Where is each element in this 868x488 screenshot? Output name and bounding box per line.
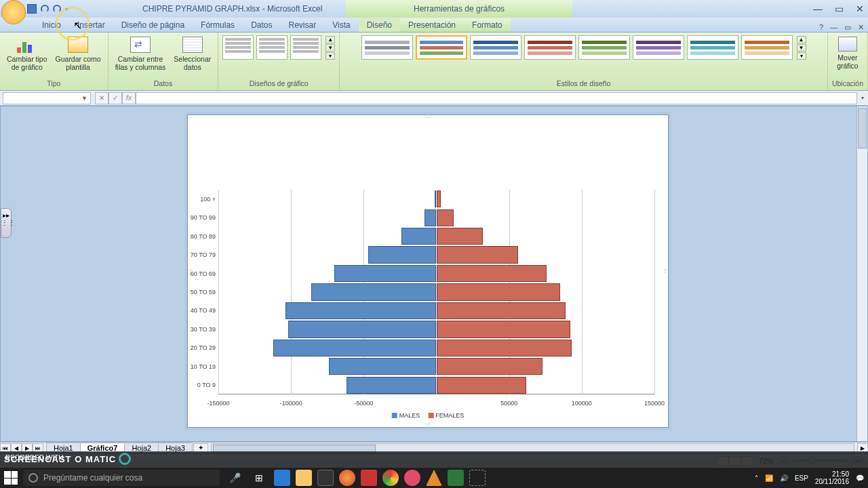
doc-close-button[interactable]: ✕ <box>858 23 864 32</box>
app-excel[interactable] <box>448 470 464 486</box>
undo-icon[interactable] <box>41 5 49 13</box>
chart-style-5[interactable] <box>578 35 630 60</box>
styles-scroll-0[interactable]: ▲ <box>797 36 806 43</box>
close-button[interactable]: ✕ <box>856 3 864 14</box>
tab-revisar[interactable]: Revisar <box>280 18 324 32</box>
tab-inicio[interactable]: Inicio <box>34 18 69 32</box>
chart-style-7[interactable] <box>687 35 738 60</box>
chart-layout-3[interactable] <box>290 35 321 60</box>
bar-males[interactable] <box>288 321 437 338</box>
chart-style-3[interactable] <box>470 35 521 60</box>
app-store[interactable] <box>317 470 334 486</box>
chart-handle-top[interactable]: ⋯ <box>425 115 431 121</box>
legend[interactable]: MALES FEMALES <box>392 412 465 419</box>
app-media[interactable] <box>361 470 377 486</box>
chart-object[interactable]: ⋯ ⋯ ⋮ ⋮ -150000-100000-50000500001000001… <box>187 115 669 428</box>
app-chrome[interactable] <box>382 470 399 486</box>
bar-females[interactable] <box>437 302 566 319</box>
save-icon[interactable] <box>27 4 37 14</box>
chart-handle-bottom[interactable]: ⋯ <box>425 421 431 428</box>
help-button[interactable]: ? <box>819 23 823 32</box>
bar-males[interactable] <box>425 209 436 226</box>
cancel-formula-button[interactable]: ✕ <box>95 92 108 104</box>
bar-males[interactable] <box>285 302 437 319</box>
start-button[interactable] <box>4 471 18 485</box>
chart-style-2[interactable] <box>416 35 467 60</box>
chart-handle-right[interactable]: ⋮ <box>662 268 669 274</box>
bar-females[interactable] <box>437 358 542 375</box>
bar-females[interactable] <box>437 340 572 357</box>
formula-input[interactable] <box>136 92 857 104</box>
layouts-expand[interactable]: ▾ <box>326 52 335 60</box>
bar-females[interactable] <box>437 265 547 282</box>
bar-females[interactable] <box>437 283 560 300</box>
tab-diseno-pagina[interactable]: Diseño de página <box>113 18 193 32</box>
plot-area[interactable]: -150000-100000-50000500001000001500000 T… <box>218 190 654 407</box>
layouts-scroll-up[interactable]: ▲ <box>326 36 335 43</box>
enter-formula-button[interactable]: ✓ <box>108 92 122 104</box>
chart-style-8[interactable] <box>741 35 793 60</box>
tray-clock[interactable]: 21:50 20/11/2016 <box>815 470 849 485</box>
move-chart-button[interactable]: Mover gráfico <box>834 35 861 71</box>
bar-females[interactable] <box>437 190 441 207</box>
tray-volume-icon[interactable]: 🔊 <box>780 474 788 482</box>
chart-style-1[interactable] <box>361 35 413 60</box>
legend-item-males[interactable]: MALES <box>392 412 420 419</box>
doc-minimize-button[interactable]: — <box>830 23 837 32</box>
app-firefox[interactable] <box>339 470 355 486</box>
tray-notifications-icon[interactable]: 💬 <box>856 474 864 482</box>
chart-style-4[interactable] <box>524 35 576 60</box>
tab-diseno[interactable]: Diseño <box>359 18 400 32</box>
styles-scroll-1[interactable]: ▼ <box>797 44 806 52</box>
bar-males[interactable] <box>347 377 437 394</box>
chart-layout-1[interactable] <box>222 35 254 60</box>
task-view-icon[interactable]: ⊞ <box>250 470 269 486</box>
office-button[interactable] <box>1 0 26 24</box>
vertical-scrollbar[interactable] <box>856 106 867 441</box>
app-itunes[interactable] <box>404 470 420 486</box>
app-recorder[interactable] <box>469 470 486 486</box>
doc-maximize-button[interactable]: ▭ <box>844 23 851 32</box>
legend-item-females[interactable]: FEMALES <box>428 412 464 419</box>
bar-males[interactable] <box>311 283 436 300</box>
vertical-scrollbar-thumb[interactable] <box>858 108 867 148</box>
mic-icon[interactable]: 🎤 <box>225 470 244 486</box>
tab-datos[interactable]: Datos <box>243 18 280 32</box>
tab-vista[interactable]: Vista <box>324 18 358 32</box>
horizontal-scrollbar-thumb[interactable] <box>213 445 376 452</box>
tab-presentacion[interactable]: Presentación <box>400 18 464 32</box>
tab-insertar[interactable]: Insertar <box>69 18 113 32</box>
minimize-button[interactable]: — <box>813 3 823 14</box>
name-box[interactable]: ▼ <box>3 92 91 104</box>
fx-button[interactable]: fx <box>122 92 136 104</box>
change-chart-type-button[interactable]: Cambiar tipo de gráfico <box>4 35 50 73</box>
app-explorer[interactable] <box>296 470 312 486</box>
chart-style-6[interactable] <box>633 35 684 60</box>
tray-network-icon[interactable]: 📶 <box>765 474 773 482</box>
redo-icon[interactable] <box>53 5 61 13</box>
bar-females[interactable] <box>437 321 570 338</box>
app-edge[interactable] <box>274 470 290 486</box>
bar-males[interactable] <box>368 246 437 263</box>
bar-females[interactable] <box>437 209 454 226</box>
tab-formato[interactable]: Formato <box>464 18 511 32</box>
save-as-template-button[interactable]: Guardar como plantilla <box>53 35 104 73</box>
bar-males[interactable] <box>329 358 437 375</box>
chart-layout-2[interactable] <box>256 35 288 60</box>
bar-males[interactable] <box>334 265 436 282</box>
bar-males[interactable] <box>401 228 436 245</box>
styles-scroll-2[interactable]: ▾ <box>797 52 806 60</box>
tray-up-icon[interactable]: ˄ <box>755 474 758 482</box>
name-box-dropdown-icon[interactable]: ▼ <box>81 95 87 102</box>
switch-row-column-button[interactable]: Cambiar entre filas y columnas <box>113 35 169 73</box>
maximize-button[interactable]: ▭ <box>835 3 844 14</box>
cortana-search[interactable]: Pregúntame cualquier cosa <box>23 470 220 486</box>
tray-lang[interactable]: ESP <box>795 474 808 482</box>
formula-bar-expand[interactable]: ▾ <box>857 95 868 101</box>
bar-females[interactable] <box>437 228 484 245</box>
bar-males[interactable] <box>273 340 436 357</box>
side-panel-handle[interactable]: ▸▸⋮⋮ <box>1 208 12 238</box>
select-data-button[interactable]: Seleccionar datos <box>171 35 214 73</box>
bar-females[interactable] <box>437 246 518 263</box>
layouts-scroll-down[interactable]: ▼ <box>326 44 335 52</box>
